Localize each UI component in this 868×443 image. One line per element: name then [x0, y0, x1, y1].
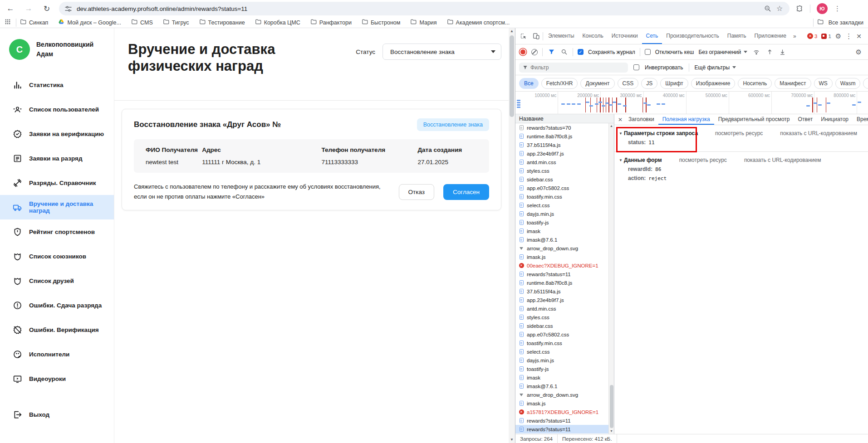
extensions-icon[interactable]: [796, 5, 804, 13]
url-text[interactable]: dev.athletes-academy.profsoft.online/adm…: [77, 5, 760, 12]
accept-button[interactable]: Согласен: [443, 184, 489, 200]
sidebar-item-shield[interactable]: Рейтинг спортсменов: [0, 219, 114, 244]
request-row[interactable]: toastify.min.css: [515, 192, 614, 201]
detail-tab-3[interactable]: Предварительный просмотр: [714, 114, 794, 125]
request-row[interactable]: 37.b5115f4a.js: [515, 141, 614, 149]
filter-input[interactable]: [530, 64, 624, 71]
detail-tab-2[interactable]: Полезная нагрузка: [658, 114, 714, 125]
filter-chip[interactable]: Носитель: [738, 78, 772, 89]
filter-funnel-icon[interactable]: [547, 46, 555, 58]
request-row[interactable]: toastify.min.css: [515, 339, 614, 347]
form-section-title[interactable]: Данные форм: [624, 157, 662, 163]
filter-chip[interactable]: CSS: [618, 78, 639, 89]
more-filters-dropdown[interactable]: Ещё фильтры: [695, 64, 736, 71]
devtools-tab-4[interactable]: Сеть: [642, 28, 662, 44]
filter-chip[interactable]: Другое: [863, 78, 868, 89]
filter-chip[interactable]: Документ: [580, 78, 614, 89]
devtools-close-icon[interactable]: ✕: [856, 33, 862, 40]
bookmark-folder[interactable]: CMS: [131, 19, 153, 26]
request-row[interactable]: select.css: [515, 347, 614, 356]
user-profile[interactable]: C Велкопоповицкий Адам: [0, 39, 114, 64]
sidebar-item-users[interactable]: Список пользователей: [0, 97, 114, 122]
filter-chip[interactable]: JS: [641, 78, 657, 89]
record-icon[interactable]: [520, 49, 525, 54]
bookmark-folder[interactable]: Тигрус: [163, 19, 189, 26]
site-settings-icon[interactable]: [64, 5, 72, 13]
sidebar-item-list[interactable]: Заявки на разряд: [0, 146, 114, 170]
all-bookmarks[interactable]: Все закладки: [813, 19, 863, 27]
devtools-tab-5[interactable]: Производительность: [662, 28, 723, 44]
clear-icon[interactable]: [531, 49, 538, 55]
request-row[interactable]: imask: [515, 227, 614, 235]
scroll-up-arrow[interactable]: ▲: [609, 123, 614, 129]
profile-avatar[interactable]: Ю: [817, 3, 828, 14]
request-row[interactable]: app.e07c5802.css: [515, 184, 614, 192]
page-scrollbar[interactable]: ▲ ▼: [509, 28, 515, 443]
close-detail-icon[interactable]: ✕: [618, 117, 623, 123]
request-row[interactable]: toastify-js: [515, 365, 614, 373]
tabs-overflow-icon[interactable]: »: [791, 33, 798, 39]
scroll-down-arrow[interactable]: ▼: [509, 437, 515, 443]
search-icon[interactable]: [560, 46, 568, 58]
devtools-tab-3[interactable]: Источники: [608, 28, 642, 44]
status-select[interactable]: Восстановление знака: [383, 44, 501, 60]
request-row[interactable]: 37.b5115f4a.js: [515, 287, 614, 296]
disclosure-triangle-icon[interactable]: ▼: [619, 158, 623, 162]
detail-tab-6[interactable]: Время: [853, 114, 868, 125]
bookmark-folder[interactable]: Коробка ЦМС: [255, 19, 300, 26]
request-row[interactable]: app.23e4b9f7.js: [515, 149, 614, 158]
apps-grid-icon[interactable]: [5, 19, 12, 26]
filter-chip[interactable]: Fetch/XHR: [541, 78, 578, 89]
import-har-icon[interactable]: [765, 46, 774, 58]
request-row[interactable]: sidebar.css: [515, 175, 614, 184]
bookmark-folder[interactable]: Ранфактори: [310, 19, 352, 26]
request-row[interactable]: styles.css: [515, 313, 614, 321]
reload-icon[interactable]: ↻: [41, 4, 53, 14]
view-source-link[interactable]: посмотреть ресурс: [679, 157, 727, 163]
request-row[interactable]: app.23e4b9f7.js: [515, 296, 614, 304]
query-section-title[interactable]: Параметры строки запроса: [624, 130, 698, 136]
filter-chip[interactable]: Wasm: [835, 78, 861, 89]
devtools-tab-6[interactable]: Память: [723, 28, 750, 44]
filter-chip[interactable]: Изображение: [691, 78, 736, 89]
view-urlencoded-link[interactable]: показать с URL-кодированием: [780, 130, 857, 136]
scrollbar-thumb[interactable]: [510, 35, 514, 117]
request-row[interactable]: imask.js: [515, 399, 614, 408]
request-row[interactable]: runtime.8ab7f0c8.js: [515, 278, 614, 287]
browser-menu-icon[interactable]: ⋮: [834, 5, 841, 13]
request-row[interactable]: toastify-js: [515, 218, 614, 227]
request-row[interactable]: rewards?status=11: [515, 416, 614, 425]
zoom-icon[interactable]: [764, 5, 772, 13]
scrollbar-thumb[interactable]: [610, 385, 613, 428]
request-row[interactable]: imask@7.6.1: [515, 382, 614, 390]
network-conditions-icon[interactable]: [752, 46, 761, 58]
detail-tab-5[interactable]: Инициатор: [817, 114, 853, 125]
bookmark-folder[interactable]: Академия спортсм...: [447, 19, 510, 26]
bookmark-folder[interactable]: Синкап: [20, 19, 48, 26]
request-list-scrollbar[interactable]: ▲ ▼: [608, 123, 614, 434]
request-row[interactable]: arrow_drop_down.svg: [515, 244, 614, 253]
bookmark-folder[interactable]: Мой диск – Google...: [58, 19, 121, 26]
request-row[interactable]: styles.css: [515, 166, 614, 175]
sidebar-item-dumbbell[interactable]: Разряды. Справочник: [0, 170, 114, 195]
filter-chip[interactable]: WS: [814, 78, 833, 89]
request-row[interactable]: rewards?status=11: [515, 270, 614, 278]
filter-chip[interactable]: Все: [519, 78, 539, 89]
request-row[interactable]: sidebar.css: [515, 321, 614, 330]
request-row[interactable]: app.e07c5802.css: [515, 330, 614, 339]
inspect-icon[interactable]: [517, 30, 529, 42]
sidebar-item-shield2[interactable]: Список друзей: [0, 268, 114, 293]
filter-chip[interactable]: Манифест: [775, 78, 811, 89]
request-row[interactable]: ✕00eaec?XDEBUG_IGNORE=1: [515, 261, 614, 270]
detail-tab-1[interactable]: Заголовки: [624, 114, 658, 125]
issues-badge[interactable]: 1: [821, 34, 831, 39]
request-row[interactable]: rewards?status=70: [515, 123, 614, 132]
sidebar-item-logout[interactable]: Выход: [0, 402, 114, 427]
preserve-log-checkbox[interactable]: ✓: [578, 49, 584, 55]
export-har-icon[interactable]: [778, 46, 786, 58]
request-row[interactable]: imask@7.6.1: [515, 235, 614, 244]
bookmark-folder[interactable]: Тестирование: [199, 19, 245, 26]
disclosure-triangle-icon[interactable]: ▼: [619, 131, 623, 136]
devtools-menu-icon[interactable]: ⋮: [845, 32, 852, 40]
address-bar[interactable]: dev.athletes-academy.profsoft.online/adm…: [59, 2, 790, 15]
